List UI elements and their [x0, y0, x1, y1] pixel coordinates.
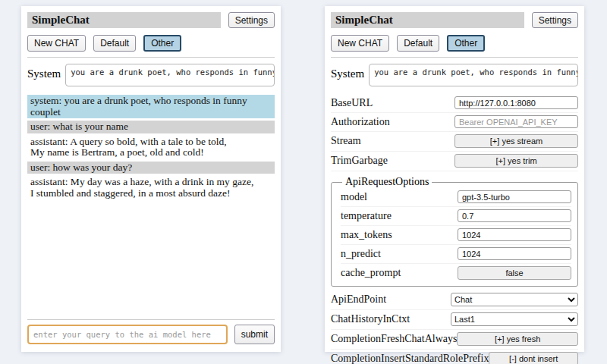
- chathistoryinctxt-select[interactable]: Last1: [451, 312, 578, 326]
- baseurl-label: BaseURL: [331, 97, 373, 109]
- setting-row-authorization: Authorization: [331, 113, 578, 132]
- completioninsertstandardroleprefix-label: CompletionInsertStandardRolePrefix: [331, 353, 489, 364]
- completionfreshchatalways-label: CompletionFreshChatAlways: [331, 333, 457, 345]
- settings-form: BaseURL Authorization Stream [+] yes str…: [331, 94, 578, 364]
- cache-prompt-toggle-button[interactable]: false: [458, 266, 571, 280]
- chat-message: assistant: A query so bold, with a tale …: [27, 136, 275, 159]
- setting-row-temperature: temperature: [341, 207, 571, 226]
- trimgarbage-toggle-button[interactable]: [+] yes trim: [454, 154, 578, 168]
- session-button-default[interactable]: Default: [397, 35, 439, 52]
- spacer: [27, 202, 275, 314]
- chat-message: assistant: My day was a haze, with a dri…: [27, 176, 275, 199]
- query-input[interactable]: [27, 325, 228, 344]
- session-button-default[interactable]: Default: [93, 35, 136, 52]
- session-buttons: New CHAT Default Other: [27, 35, 275, 52]
- setting-row-n-predict: n_predict: [341, 245, 571, 264]
- system-prompt-label: System: [27, 64, 61, 80]
- app-title: SimpleChat: [331, 12, 524, 28]
- session-button-other[interactable]: Other: [143, 35, 181, 52]
- model-input[interactable]: [458, 190, 571, 203]
- query-divider: [27, 319, 275, 320]
- settings-button[interactable]: Settings: [532, 12, 578, 28]
- api-request-options-legend: ApiRequestOptions: [342, 176, 432, 188]
- chat-message: user: how was your day?: [27, 162, 275, 174]
- apiendpoint-select[interactable]: Chat: [451, 293, 578, 306]
- model-label: model: [341, 191, 367, 203]
- chat-panel: SimpleChat Settings New CHAT Default Oth…: [21, 6, 281, 352]
- settings-panel: SimpleChat Settings New CHAT Default Oth…: [325, 6, 584, 352]
- max-tokens-input[interactable]: [458, 228, 571, 241]
- session-button-other[interactable]: Other: [447, 35, 485, 52]
- chat-messages: system: you are a drunk poet, who respon…: [27, 95, 275, 202]
- cache-prompt-label: cache_prompt: [341, 267, 401, 279]
- authorization-input[interactable]: [454, 115, 578, 128]
- app-title: SimpleChat: [27, 12, 221, 28]
- baseurl-input[interactable]: [454, 96, 578, 109]
- settings-button[interactable]: Settings: [228, 12, 275, 28]
- setting-row-trimgarbage: TrimGarbage [+] yes trim: [331, 152, 578, 171]
- chat-message: user: what is your name: [27, 121, 275, 133]
- setting-row-chathistoryinctxt: ChatHistoryInCtxt Last1: [331, 310, 578, 330]
- query-row: submit: [27, 325, 275, 346]
- stream-label: Stream: [331, 135, 361, 147]
- completionfreshchatalways-toggle-button[interactable]: [+] yes fresh: [457, 332, 578, 346]
- workspace: SimpleChat Settings New CHAT Default Oth…: [0, 0, 607, 364]
- chathistoryinctxt-label: ChatHistoryInCtxt: [331, 313, 410, 325]
- system-prompt-textarea[interactable]: you are a drunk poet, who responds in fu…: [65, 64, 275, 86]
- setting-row-baseurl: BaseURL: [331, 94, 578, 113]
- setting-row-apiendpoint: ApiEndPoint Chat: [331, 290, 578, 310]
- api-request-options-fieldset: ApiRequestOptions model temperature max_…: [331, 176, 578, 287]
- apiendpoint-label: ApiEndPoint: [331, 293, 386, 306]
- setting-row-max-tokens: max_tokens: [341, 226, 571, 245]
- header-divider: [27, 57, 275, 58]
- chat-message: system: you are a drunk poet, who respon…: [27, 95, 275, 118]
- header-divider: [331, 57, 578, 58]
- temperature-input[interactable]: [458, 209, 571, 222]
- max-tokens-label: max_tokens: [341, 229, 392, 241]
- setting-row-model: model: [341, 188, 571, 207]
- temperature-label: temperature: [341, 210, 392, 222]
- setting-row-completioninsertstandardroleprefix: CompletionInsertStandardRolePrefix [-] d…: [331, 350, 578, 364]
- n-predict-input[interactable]: [458, 247, 571, 260]
- setting-row-stream: Stream [+] yes stream: [331, 132, 578, 152]
- system-prompt-row: System you are a drunk poet, who respond…: [27, 64, 275, 86]
- completioninsertstandardroleprefix-toggle-button[interactable]: [-] dont insert: [489, 352, 578, 364]
- session-buttons: New CHAT Default Other: [331, 35, 578, 52]
- n-predict-label: n_predict: [341, 248, 381, 260]
- system-prompt-row: System you are a drunk poet, who respond…: [331, 64, 578, 86]
- system-prompt-textarea[interactable]: you are a drunk poet, who responds in fu…: [369, 64, 578, 86]
- new-chat-button[interactable]: New CHAT: [331, 35, 389, 52]
- trimgarbage-label: TrimGarbage: [331, 155, 388, 167]
- setting-row-cache-prompt: cache_prompt false: [341, 264, 571, 283]
- new-chat-button[interactable]: New CHAT: [27, 35, 86, 52]
- settings-panel-header: SimpleChat Settings: [331, 12, 578, 28]
- setting-row-completionfreshchatalways: CompletionFreshChatAlways [+] yes fresh: [331, 330, 578, 350]
- chat-panel-header: SimpleChat Settings: [27, 12, 275, 28]
- system-prompt-label: System: [331, 64, 364, 80]
- submit-button[interactable]: submit: [234, 325, 275, 344]
- authorization-label: Authorization: [331, 116, 390, 128]
- stream-toggle-button[interactable]: [+] yes stream: [454, 134, 578, 148]
